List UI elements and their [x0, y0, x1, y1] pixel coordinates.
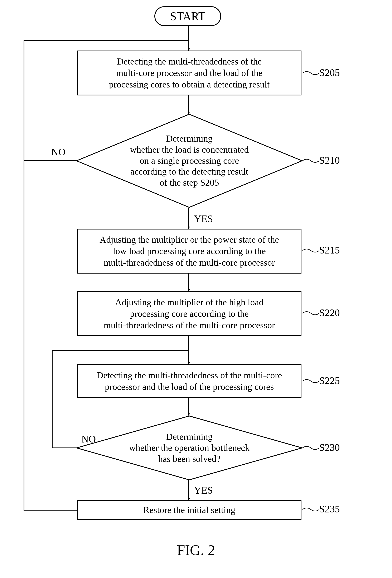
start-terminator: START: [154, 6, 221, 26]
figure-caption: FIG. 2: [0, 542, 392, 559]
decision-s230: Determining whether the operation bottle…: [76, 416, 303, 480]
process-s220-text: Adjusting the multiplier of the high loa…: [104, 296, 275, 331]
step-id-s235: S235: [319, 503, 340, 515]
svg-marker-0: [77, 114, 302, 207]
process-s225: Detecting the multi-threadedness of the …: [77, 364, 302, 398]
step-id-s215: S215: [319, 244, 340, 256]
step-id-s225: S225: [319, 375, 340, 386]
edge-no-s230: NO: [81, 433, 96, 445]
start-label: START: [170, 10, 205, 23]
process-s215-text: Adjusting the multiplier or the power st…: [100, 234, 279, 268]
step-id-s220: S220: [319, 307, 340, 318]
process-s235-text: Restore the initial setting: [143, 504, 235, 516]
step-id-s210: S210: [319, 154, 340, 166]
edge-yes-s210: YES: [194, 213, 213, 225]
step-id-s230: S230: [319, 442, 340, 453]
step-id-s205: S205: [319, 67, 340, 78]
process-s205: Detecting the multi-threadedness of the …: [77, 50, 302, 96]
decision-s210: Determining whether the load is concentr…: [76, 114, 303, 208]
process-s225-text: Detecting the multi-threadedness of the …: [97, 370, 282, 392]
edge-no-s210: NO: [51, 146, 66, 158]
svg-marker-1: [77, 416, 302, 480]
process-s220: Adjusting the multiplier of the high loa…: [77, 291, 302, 336]
edge-yes-s230: YES: [194, 484, 213, 496]
process-s215: Adjusting the multiplier or the power st…: [77, 229, 302, 274]
process-s235: Restore the initial setting: [77, 500, 302, 520]
process-s205-text: Detecting the multi-threadedness of the …: [109, 56, 270, 90]
